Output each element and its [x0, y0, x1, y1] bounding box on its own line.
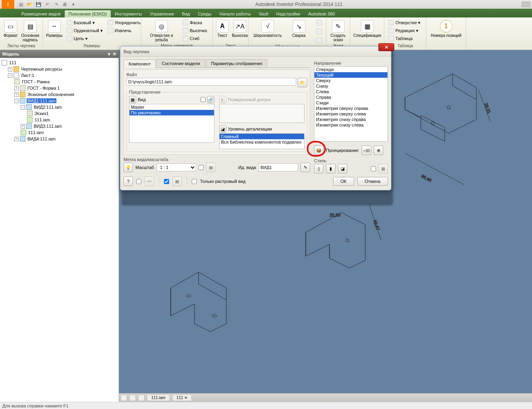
- expand-icon[interactable]: +: [14, 86, 19, 90]
- tab-environments[interactable]: Среды: [194, 10, 216, 17]
- punch-button[interactable]: Высечка: [181, 27, 208, 34]
- qat-new-icon[interactable]: ▥: [18, 2, 24, 7]
- qat-undo-icon[interactable]: ↶: [44, 2, 50, 7]
- tab-annotation-eskd[interactable]: Пояснение (ESKD): [65, 10, 111, 17]
- tab-addins[interactable]: Надстройки: [272, 10, 304, 17]
- tab-vault[interactable]: Vault: [255, 10, 272, 17]
- chain-button[interactable]: Цепь ▾: [65, 35, 104, 42]
- expand-icon[interactable]: +: [14, 137, 19, 141]
- text-button[interactable]: AТекст: [215, 19, 229, 38]
- revision-button[interactable]: Редакция ▾: [387, 27, 422, 34]
- scale-lock-icon[interactable]: 💡: [123, 163, 133, 172]
- extract-button[interactable]: Извлечь: [106, 27, 142, 34]
- leader-button[interactable]: ↗AВыноска: [231, 19, 249, 38]
- chamfer-button[interactable]: Фаска: [181, 19, 208, 26]
- bottom-check2[interactable]: [164, 179, 169, 184]
- status-bar: Для вызова справки нажмите F1: [0, 402, 532, 409]
- table-button[interactable]: Таблица: [387, 35, 422, 42]
- expand-icon[interactable]: −: [21, 105, 25, 109]
- qat-redo-icon[interactable]: ↷: [53, 2, 59, 7]
- svg-text:28,31: 28,31: [484, 102, 492, 114]
- dialog-tab-model-state[interactable]: Состояние модели: [156, 59, 205, 67]
- view-mode-icon[interactable]: ▦: [129, 96, 136, 103]
- document-tabs: 111.iam 111 ✕: [119, 393, 532, 402]
- svg-text:25,89: 25,89: [330, 213, 341, 217]
- style-shaded-button[interactable]: ◪: [338, 164, 347, 173]
- anno-extra3[interactable]: [315, 36, 324, 44]
- qat-print-icon[interactable]: 🖶: [62, 2, 67, 7]
- tab-getstarted[interactable]: Начало работы: [216, 10, 255, 17]
- expand-icon[interactable]: +: [21, 124, 25, 129]
- doctab-icon1[interactable]: [121, 395, 127, 401]
- bottom-check1[interactable]: [136, 179, 141, 184]
- ok-button[interactable]: ОК: [333, 177, 354, 186]
- expand-icon[interactable]: −: [8, 73, 12, 78]
- raster-only-checkbox[interactable]: [192, 179, 197, 184]
- svg-line-2: [405, 153, 465, 185]
- minimize-button[interactable]: [522, 2, 530, 7]
- link-icon[interactable]: 🔗: [207, 96, 214, 103]
- style-hidden-off-button[interactable]: ▯: [314, 164, 324, 173]
- svg-text:69,67: 69,67: [372, 219, 381, 231]
- direction-listbox[interactable]: Спереди Текущий Сверху Снизу Слева Справ…: [314, 66, 388, 142]
- browse-file-button[interactable]: 📁: [298, 78, 307, 87]
- bend-button[interactable]: Сгиб: [181, 35, 208, 42]
- document-tab[interactable]: 111.iam: [147, 394, 170, 401]
- dialog-close-button[interactable]: ✕: [378, 43, 394, 51]
- projection-first-angle-button[interactable]: ◁⊙: [362, 146, 371, 155]
- doctab-icon3[interactable]: [138, 395, 145, 401]
- expand-icon[interactable]: −: [14, 99, 19, 103]
- tab-view[interactable]: Вид: [178, 10, 194, 17]
- lod-listbox[interactable]: Главный Вся Библиотека компонентов подав…: [219, 133, 305, 149]
- dialog-tab-component[interactable]: Компонент: [123, 60, 156, 68]
- hole-table-button[interactable]: Отверстие ▾: [387, 19, 422, 26]
- roughness-button[interactable]: √Шероховатость: [251, 19, 285, 38]
- document-tab[interactable]: 111 ✕: [172, 394, 192, 401]
- browser-close-icon[interactable]: ✕: [113, 52, 116, 57]
- scale-disabled-icon: ▦: [206, 163, 216, 172]
- balloon-button[interactable]: 1Номера позиций: [429, 19, 463, 38]
- browser-tree[interactable]: 111 +Чертежные ресурсы −Лист:1 ГОСТ - Ра…: [0, 58, 119, 402]
- ordinate-button[interactable]: Ординатный ▾: [65, 27, 104, 34]
- cancel-button[interactable]: Отмена: [357, 177, 388, 186]
- scale-select[interactable]: 1 : 1: [156, 163, 196, 171]
- qat-more-icon[interactable]: ▾: [71, 2, 76, 7]
- projection-third-angle-button[interactable]: ⊕: [374, 146, 383, 155]
- style-hidden-on-button[interactable]: ▮: [326, 164, 335, 173]
- app-logo[interactable]: I: [2, 0, 14, 9]
- edit-label-button[interactable]: ✎: [301, 163, 310, 172]
- anno-extra2[interactable]: [315, 28, 324, 35]
- format-button[interactable]: ▭Формат: [2, 19, 19, 38]
- expand-icon[interactable]: +: [14, 92, 19, 97]
- status-text: Для вызова справки нажмите F1: [2, 403, 68, 408]
- bom-button[interactable]: ▦Спецификация: [353, 19, 382, 38]
- qat-save-icon[interactable]: 💾: [36, 2, 41, 7]
- create-sketch-button[interactable]: ✎Создать эскиз: [329, 19, 347, 43]
- anno-extra1[interactable]: [315, 19, 324, 26]
- qat-open-icon[interactable]: 📂: [27, 2, 33, 7]
- arrange-button[interactable]: Упорядочить: [106, 19, 142, 26]
- associative-checkbox[interactable]: [200, 96, 206, 103]
- title-block-button[interactable]: ▤Основная надпись: [20, 19, 40, 43]
- tree-node-view1[interactable]: ВИД1:111.iam: [27, 98, 56, 103]
- scale-checkbox[interactable]: [199, 165, 204, 170]
- dialog-tab-display-options[interactable]: Параметры отображения: [206, 59, 268, 67]
- file-path-input[interactable]: [126, 78, 296, 86]
- weld-button[interactable]: ↘Сварка: [286, 19, 312, 38]
- dimensions-button[interactable]: ↔Размеры: [45, 19, 64, 38]
- hole-thread-button[interactable]: ◎Отверстие и резьба: [144, 19, 179, 43]
- style-link-checkbox[interactable]: [371, 166, 376, 171]
- baseline-button[interactable]: Базовый ▾: [65, 19, 104, 26]
- lod-icon[interactable]: ◪: [219, 125, 226, 132]
- tab-a360[interactable]: Autodesk 360: [304, 10, 339, 17]
- doctab-icon2[interactable]: [129, 395, 136, 401]
- expand-icon[interactable]: +: [8, 67, 12, 71]
- views-listbox[interactable]: Master По умолчанию: [129, 104, 214, 143]
- tab-manage[interactable]: Управление: [146, 10, 178, 17]
- tab-placement[interactable]: Размещение видов: [17, 10, 65, 17]
- view-id-input[interactable]: [258, 163, 298, 171]
- help-button[interactable]: ?: [123, 177, 133, 186]
- browser-filter-icon[interactable]: ▾: [108, 52, 110, 57]
- tab-tools[interactable]: Инструменты: [111, 10, 146, 17]
- change-orientation-button[interactable]: 📦: [314, 146, 324, 155]
